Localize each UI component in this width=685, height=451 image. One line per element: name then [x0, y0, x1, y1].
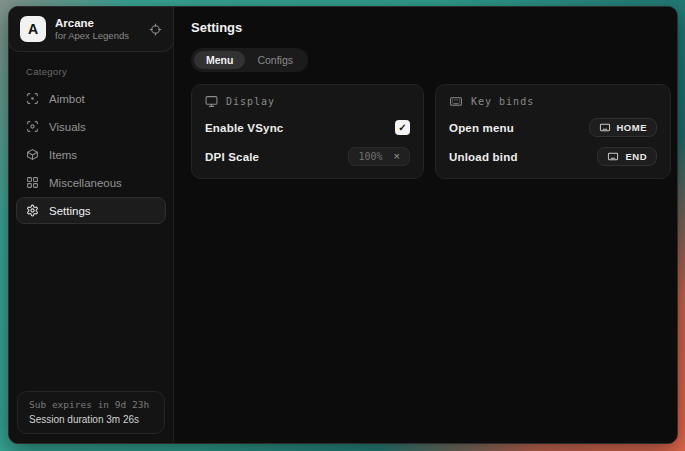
tab-menu[interactable]: Menu [194, 51, 245, 69]
display-card-header: Display [205, 95, 410, 108]
dpi-scale-value: 100% [358, 151, 382, 162]
display-card-title: Display [226, 96, 275, 107]
open-menu-keybind-button[interactable]: HOME [589, 118, 658, 137]
app-title-block: Arcane for Apex Legends [55, 16, 140, 42]
open-menu-row: Open menu HOME [449, 118, 657, 137]
category-label: Category [26, 66, 173, 77]
vsync-label: Enable VSync [205, 122, 283, 134]
dpi-label: DPI Scale [205, 151, 259, 163]
sidebar-item-label: Aimbot [49, 93, 85, 105]
sidebar-item-visuals[interactable]: Visuals [16, 113, 166, 140]
sidebar-item-label: Miscellaneous [49, 177, 122, 189]
keyboard-icon [599, 122, 611, 133]
keybinds-card: Key binds Open menu HOME Unload bind [435, 84, 671, 179]
crosshair-scan-icon [26, 92, 39, 105]
grid-icon [26, 176, 39, 189]
keyboard-icon [607, 151, 619, 162]
unload-keybind-button[interactable]: END [597, 147, 657, 166]
clear-icon[interactable]: × [394, 151, 400, 162]
open-menu-label: Open menu [449, 122, 514, 134]
open-menu-key: HOME [617, 122, 648, 133]
tab-configs[interactable]: Configs [245, 51, 305, 69]
app-window: A Arcane for Apex Legends Category Aimbo… [8, 6, 678, 444]
app-logo: A [20, 16, 46, 42]
vsync-checkbox[interactable]: ✓ [395, 120, 410, 135]
main-content: Settings Menu Configs Display Enable VSy… [174, 7, 678, 443]
sidebar-item-items[interactable]: Items [16, 141, 166, 168]
unload-bind-label: Unload bind [449, 151, 518, 163]
app-header: A Arcane for Apex Legends [8, 7, 174, 52]
unload-key: END [625, 151, 647, 162]
page-title: Settings [191, 20, 671, 35]
app-title: Arcane [55, 16, 140, 30]
sub-expiry-text: Sub expires in 9d 23h [29, 399, 153, 410]
session-duration-text: Session duration 3m 26s [29, 414, 153, 425]
vsync-row: Enable VSync ✓ [205, 118, 410, 137]
eye-scan-icon [26, 120, 39, 133]
sidebar: A Arcane for Apex Legends Category Aimbo… [9, 7, 174, 443]
dpi-row: DPI Scale 100% × [205, 147, 410, 166]
app-subtitle: for Apex Legends [55, 30, 140, 42]
sidebar-item-label: Settings [49, 205, 91, 217]
subscription-info-box: Sub expires in 9d 23h Session duration 3… [17, 391, 165, 434]
crosshair-icon[interactable] [149, 23, 162, 36]
keyboard-icon [449, 95, 463, 108]
sidebar-item-settings[interactable]: Settings [16, 197, 166, 224]
display-card: Display Enable VSync ✓ DPI Scale 100% × [191, 84, 424, 179]
monitor-icon [205, 95, 218, 108]
package-icon [26, 148, 39, 161]
settings-tabs: Menu Configs [191, 48, 308, 72]
dpi-scale-input[interactable]: 100% × [348, 147, 410, 166]
gear-icon [26, 204, 39, 217]
sidebar-item-label: Visuals [49, 121, 86, 133]
sidebar-item-aimbot[interactable]: Aimbot [16, 85, 166, 112]
sidebar-nav: Aimbot Visuals Items [9, 84, 173, 225]
keybinds-card-header: Key binds [449, 95, 657, 108]
unload-bind-row: Unload bind END [449, 147, 657, 166]
settings-cards: Display Enable VSync ✓ DPI Scale 100% × [191, 84, 671, 179]
sidebar-item-label: Items [49, 149, 77, 161]
keybinds-card-title: Key binds [471, 96, 534, 107]
sidebar-item-miscellaneous[interactable]: Miscellaneous [16, 169, 166, 196]
